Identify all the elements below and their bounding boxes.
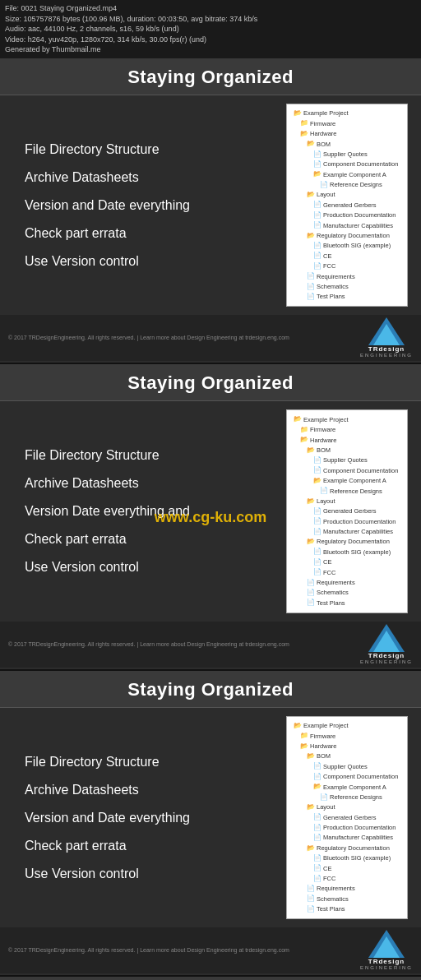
tree-item: 📂Example Project <box>294 109 400 118</box>
list-item-5: Use Version control <box>25 560 273 575</box>
tree-item: 📂Example Component A <box>294 169 400 179</box>
file-tree: 📂Example Project📁Firmware📂Hardware📂BOM📄S… <box>286 104 408 307</box>
slide-1: Staying Organized File Directory Structu… <box>0 58 421 363</box>
tree-item: 📄Bluetooth SIG (example) <box>294 547 400 557</box>
tree-item: 📁Firmware <box>294 425 400 435</box>
tree-item: 📄Production Documentation <box>294 823 400 833</box>
slide-image: 📂Example Project📁Firmware📂Hardware📂BOM📄S… <box>281 409 413 612</box>
tree-item: 📄Supplier Quotes <box>294 455 400 465</box>
slide-3: Staying Organized File Directory Structu… <box>0 671 421 975</box>
tree-item: 📄Manufacturer Capabilities <box>294 833 400 843</box>
list-item-5: Use Version control <box>25 254 273 269</box>
tree-item: 📄Component Documentation <box>294 772 400 782</box>
footer-copyright: © 2017 TRDesignEngineering. All rights r… <box>8 335 289 340</box>
tree-item: 📂Example Component A <box>294 476 400 486</box>
tree-item: 📂Regulatory Documentation <box>294 537 400 547</box>
list-item-1: File Directory Structure <box>25 142 273 157</box>
list-item-1: File Directory Structure <box>25 448 273 463</box>
tree-item: 📄Manufacturer Capabilities <box>294 220 400 230</box>
tree-item: 📄Bluetooth SIG (example) <box>294 853 400 863</box>
footer-copyright: © 2017 TRDesignEngineering. All rights r… <box>8 947 289 953</box>
list-item-4: Check part errata <box>25 226 273 241</box>
tree-item: 📄Generated Gerbers <box>294 200 400 210</box>
video-info: File: 0021 Staying Organized.mp4 Size: 1… <box>0 0 421 58</box>
list-item-2: Archive Datasheets <box>25 170 273 185</box>
tree-item: 📄Generated Gerbers <box>294 812 400 822</box>
tree-item: 📂Regulatory Documentation <box>294 231 400 241</box>
logo-bottom-text: ENGINEERING <box>360 353 413 358</box>
tree-item: 📂Hardware <box>294 742 400 751</box>
tree-item: 📂BOM <box>294 446 400 455</box>
logo: TRdesign ENGINEERING <box>360 317 413 358</box>
tree-item: 📄FCC <box>294 874 400 884</box>
tree-item: 📂Regulatory Documentation <box>294 844 400 853</box>
logo-bottom-text: ENGINEERING <box>360 659 413 664</box>
tree-item: 📄Production Documentation <box>294 210 400 220</box>
logo: TRdesign ENGINEERING <box>360 930 413 970</box>
slide-content: File Directory StructureArchive Datashee… <box>0 95 421 315</box>
slide-list: File Directory StructureArchive Datashee… <box>8 409 273 612</box>
slide-content: File Directory StructureArchive Datashee… <box>0 401 421 621</box>
list-item-4: Check part errata <box>25 839 273 853</box>
logo-bottom-text: ENGINEERING <box>360 965 413 970</box>
list-item-1: File Directory Structure <box>25 755 273 770</box>
list-item-3: Version and Date everything <box>25 198 273 213</box>
tree-item: 📄CE <box>294 251 400 261</box>
tree-item: 📂BOM <box>294 139 400 149</box>
slide-footer: © 2017 TRDesignEngineering. All rights r… <box>0 622 421 668</box>
tree-item: 📄FCC <box>294 567 400 577</box>
tree-item: 📄Reference Designs <box>294 793 400 802</box>
slide-footer: © 2017 TRDesignEngineering. All rights r… <box>0 927 421 973</box>
tree-item: 📂Example Project <box>294 721 400 731</box>
tree-item: 📄Manufacturer Capabilities <box>294 527 400 537</box>
slide-content: File Directory StructureArchive Datashee… <box>0 708 421 927</box>
tree-item: 📄Test Plans <box>294 598 400 608</box>
tree-item: 📂Layout <box>294 802 400 812</box>
logo-triangle-front <box>373 936 400 958</box>
tree-item: 📂BOM <box>294 751 400 761</box>
tree-item: 📁Firmware <box>294 118 400 128</box>
tree-item: 📂Hardware <box>294 435 400 445</box>
tree-item: 📄Supplier Quotes <box>294 761 400 771</box>
tree-item: 📄Component Documentation <box>294 465 400 475</box>
slide-header: Staying Organized <box>0 977 421 980</box>
logo-top-text: TRdesign <box>368 345 405 353</box>
logo-triangle-front <box>373 631 400 652</box>
tree-item: 📄Generated Gerbers <box>294 506 400 516</box>
tree-item: 📂Example Project <box>294 414 400 424</box>
slide-title: Staying Organized <box>127 67 294 87</box>
tree-item: 📁Firmware <box>294 731 400 741</box>
tree-item: 📂Hardware <box>294 129 400 139</box>
tree-item: 📄Schematics <box>294 282 400 292</box>
logo-top-text: TRdesign <box>368 958 405 965</box>
logo: TRdesign ENGINEERING <box>360 624 413 664</box>
slide-title: Staying Organized <box>127 372 294 393</box>
tree-item: 📄Reference Designs <box>294 486 400 496</box>
list-item-2: Archive Datasheets <box>25 783 273 797</box>
slide-list: File Directory StructureArchive Datashee… <box>8 104 273 307</box>
slides-container: Staying Organized File Directory Structu… <box>0 58 421 980</box>
tree-item: 📄Bluetooth SIG (example) <box>294 241 400 251</box>
tree-item: 📄Supplier Quotes <box>294 150 400 159</box>
slide-header: Staying Organized <box>0 671 421 708</box>
file-tree: 📂Example Project📁Firmware📂Hardware📂BOM📄S… <box>286 409 408 612</box>
list-item-2: Archive Datasheets <box>25 476 273 491</box>
tree-item: 📄Schematics <box>294 588 400 598</box>
slide-footer: © 2017 TRDesignEngineering. All rights r… <box>0 315 421 361</box>
tree-item: 📄FCC <box>294 261 400 271</box>
list-item-3: Version Date everything and <box>25 504 273 519</box>
tree-item: 📂Layout <box>294 497 400 506</box>
slide-2: Staying Organized File Directory Structu… <box>0 364 421 668</box>
tree-item: 📄Schematics <box>294 894 400 904</box>
tree-item: 📄CE <box>294 863 400 873</box>
slide-image: 📂Example Project📁Firmware📂Hardware📂BOM📄S… <box>281 716 413 919</box>
tree-item: 📂Example Component A <box>294 782 400 792</box>
list-item-3: Version and Date everything <box>25 811 273 825</box>
list-item-5: Use Version control <box>25 867 273 881</box>
slide-title: Staying Organized <box>127 679 294 700</box>
logo-top-text: TRdesign <box>368 652 405 659</box>
tree-item: 📄Component Documentation <box>294 159 400 169</box>
tree-item: 📄Production Documentation <box>294 516 400 526</box>
footer-copyright: © 2017 TRDesignEngineering. All rights r… <box>8 641 289 647</box>
tree-item: 📂Layout <box>294 190 400 200</box>
